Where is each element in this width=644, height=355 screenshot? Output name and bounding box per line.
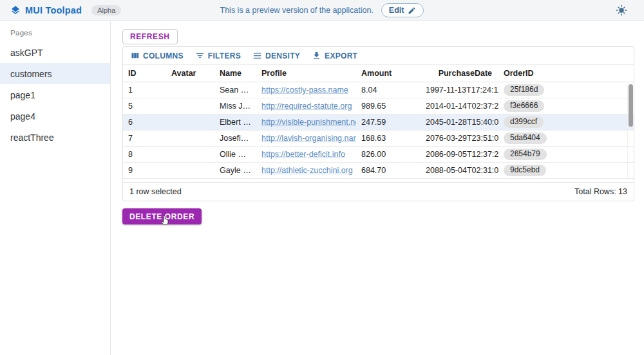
theme-toggle-sun-icon[interactable] bbox=[616, 5, 627, 16]
filters-button[interactable]: FILTERS bbox=[191, 48, 245, 63]
cell-orderid: 2654b79 bbox=[498, 149, 629, 160]
profile-link[interactable]: https://better-deficit.info bbox=[261, 150, 345, 159]
cell-amount: 684.70 bbox=[356, 166, 421, 175]
cell-id: 1 bbox=[123, 86, 166, 95]
edit-button-label: Edit bbox=[389, 6, 404, 15]
grid-rows: 1 Sean Harris https://costly-pass.name 8… bbox=[123, 82, 634, 179]
delete-order-button[interactable]: DELETE ORDER bbox=[122, 208, 202, 224]
columns-button[interactable]: COLUMNS bbox=[126, 48, 188, 63]
sidebar-item-askgpt[interactable]: askGPT bbox=[0, 42, 110, 63]
data-grid: COLUMNS FILTERS DENSITY EXPORT bbox=[122, 46, 634, 201]
cell-profile: http://required-statute.org bbox=[256, 102, 356, 111]
profile-link[interactable]: https://costly-pass.name bbox=[261, 86, 348, 95]
sidebar: Pages askGPT customers page1 page4 react… bbox=[0, 21, 111, 355]
profile-link[interactable]: http://athletic-zucchini.org bbox=[261, 166, 353, 175]
cell-purchasedate: 2076-03-29T23:51:07.968Z bbox=[421, 134, 498, 143]
sidebar-caption: Pages bbox=[0, 21, 110, 42]
cell-orderid: 9dc5ebd bbox=[498, 165, 629, 176]
app-title: MUI Toolpad bbox=[25, 5, 82, 15]
cell-purchasedate: 2045-01-28T15:40:06.325Z bbox=[421, 118, 498, 127]
grid-header-row: ID Avatar Name Profile Amount PurchaseDa… bbox=[123, 65, 634, 82]
orderid-chip: 9dc5ebd bbox=[504, 165, 546, 176]
cell-id: 5 bbox=[123, 102, 166, 111]
edit-button[interactable]: Edit bbox=[381, 3, 424, 17]
cell-amount: 826.00 bbox=[356, 150, 421, 159]
orderid-chip: 2654b79 bbox=[504, 149, 547, 160]
cell-profile: http://lavish-organising.name bbox=[256, 134, 356, 143]
cell-amount: 989.65 bbox=[356, 102, 421, 111]
cell-orderid: f3e6666 bbox=[498, 100, 629, 112]
profile-link[interactable]: http://required-statute.org bbox=[261, 102, 352, 111]
density-lines-icon bbox=[252, 51, 262, 60]
orderid-chip: f3e6666 bbox=[504, 100, 544, 112]
profile-link[interactable]: http://visible-punishment.net bbox=[261, 118, 356, 127]
cell-name: Josefina P… bbox=[214, 134, 256, 143]
alpha-badge: Alpha bbox=[91, 5, 121, 15]
column-header-amount[interactable]: Amount bbox=[356, 69, 421, 78]
sidebar-item-customers[interactable]: customers bbox=[0, 63, 110, 84]
cell-orderid: 5da6404 bbox=[498, 132, 629, 144]
export-button[interactable]: EXPORT bbox=[307, 48, 362, 63]
scrollbar-thumb[interactable] bbox=[629, 84, 633, 127]
main-content: REFRESH COLUMNS FILTERS DENSITY bbox=[111, 21, 644, 355]
column-header-orderid[interactable]: OrderID bbox=[498, 69, 629, 78]
cell-purchasedate: 2088-05-04T02:31:03.294Z bbox=[421, 166, 498, 175]
cell-profile: https://costly-pass.name bbox=[256, 86, 356, 95]
grid-toolbar: COLUMNS FILTERS DENSITY EXPORT bbox=[123, 47, 634, 65]
sidebar-item-page1[interactable]: page1 bbox=[0, 84, 110, 105]
cell-id: 8 bbox=[123, 150, 166, 159]
column-header-avatar[interactable]: Avatar bbox=[166, 69, 214, 78]
cell-profile: http://athletic-zucchini.org bbox=[256, 166, 356, 175]
cell-name: Miss Juan … bbox=[214, 102, 256, 111]
sidebar-item-reactthree[interactable]: reactThree bbox=[0, 127, 110, 148]
table-row[interactable]: 1 Sean Harris https://costly-pass.name 8… bbox=[123, 82, 634, 98]
table-row[interactable]: 5 Miss Juan … http://required-statute.or… bbox=[123, 98, 634, 114]
cell-orderid: d399ccf bbox=[498, 116, 629, 128]
cell-id: 7 bbox=[123, 134, 166, 143]
table-row[interactable]: 6 Elbert McL… http://visible-punishment.… bbox=[123, 114, 634, 131]
view-columns-icon bbox=[130, 51, 140, 60]
cell-id: 9 bbox=[123, 166, 166, 175]
total-rows-label: Total Rows: 13 bbox=[574, 187, 627, 196]
column-header-id[interactable]: ID bbox=[123, 69, 166, 78]
preview-banner-text: This is a preview version of the applica… bbox=[220, 6, 374, 15]
download-icon bbox=[312, 51, 321, 60]
profile-link[interactable]: http://lavish-organising.name bbox=[261, 134, 356, 143]
cell-name: Sean Harris bbox=[214, 86, 256, 95]
sidebar-item-page4[interactable]: page4 bbox=[0, 105, 110, 127]
table-row[interactable]: 9 Gayle Den… http://athletic-zucchini.or… bbox=[123, 163, 634, 179]
cell-amount: 8.04 bbox=[356, 86, 421, 95]
filter-list-icon bbox=[195, 51, 205, 60]
column-header-name[interactable]: Name bbox=[214, 69, 256, 78]
topbar: MUI Toolpad Alpha This is a preview vers… bbox=[0, 0, 644, 21]
pencil-icon bbox=[408, 6, 416, 15]
orderid-chip: 25f186d bbox=[504, 84, 544, 96]
cell-id: 6 bbox=[123, 118, 166, 127]
density-button[interactable]: DENSITY bbox=[248, 48, 305, 63]
column-header-purchasedate[interactable]: PurchaseDate bbox=[421, 69, 498, 78]
cell-profile: https://better-deficit.info bbox=[256, 150, 356, 159]
cell-amount: 168.63 bbox=[356, 134, 421, 143]
cell-amount: 247.59 bbox=[356, 118, 421, 127]
cell-purchasedate: 2086-09-05T12:37:27.015Z bbox=[421, 150, 498, 159]
grid-vertical-scrollbar[interactable] bbox=[627, 83, 634, 179]
column-header-profile[interactable]: Profile bbox=[256, 69, 356, 78]
table-row[interactable]: 7 Josefina P… http://lavish-organising.n… bbox=[123, 131, 634, 147]
refresh-button[interactable]: REFRESH bbox=[122, 29, 178, 44]
cell-name: Ollie Green… bbox=[214, 150, 256, 159]
layers-logo-icon bbox=[10, 5, 21, 15]
cell-purchasedate: 1997-11-13T17:24:11.769Z bbox=[421, 86, 498, 95]
selection-status: 1 row selected bbox=[129, 187, 182, 196]
cell-purchasedate: 2014-01-14T02:37:28.536Z bbox=[421, 102, 498, 111]
orderid-chip: 5da6404 bbox=[504, 132, 547, 144]
app-brand: MUI Toolpad Alpha bbox=[10, 5, 121, 15]
grid-footer: 1 row selected Total Rows: 13 bbox=[123, 182, 634, 201]
cell-name: Gayle Den… bbox=[214, 166, 256, 175]
cell-profile: http://visible-punishment.net bbox=[256, 118, 356, 127]
orderid-chip: d399ccf bbox=[504, 116, 544, 128]
cell-name: Elbert McL… bbox=[214, 118, 256, 127]
table-row[interactable]: 8 Ollie Green… https://better-deficit.in… bbox=[123, 147, 634, 163]
cell-orderid: 25f186d bbox=[498, 84, 629, 96]
